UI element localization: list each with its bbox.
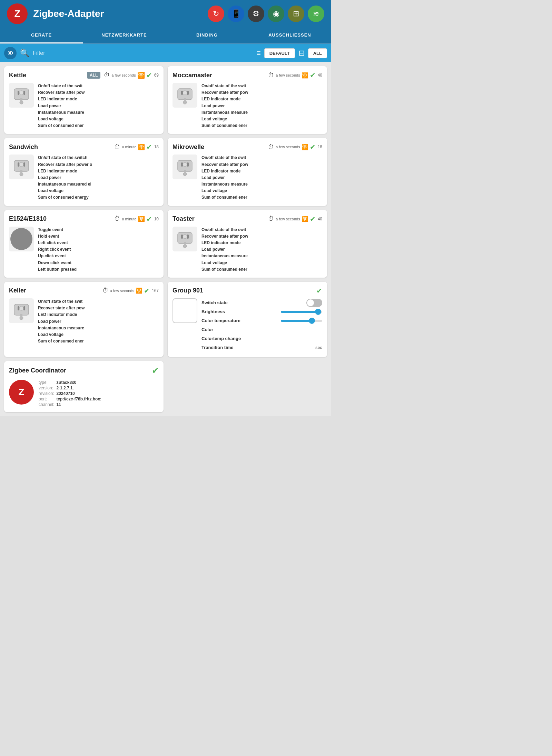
- brightness-slider[interactable]: [281, 309, 322, 315]
- grid-icon[interactable]: ⊞: [288, 6, 304, 22]
- attr-kettle-4: Instantaneous measure: [38, 109, 159, 116]
- settings-icon[interactable]: ⚙: [248, 6, 264, 22]
- clock-icon-mikro: ⏱: [268, 143, 274, 151]
- 3d-button[interactable]: 3D: [4, 47, 17, 59]
- attr-mikro-4: Instantaneous measure: [201, 181, 322, 188]
- tab-ausschliessen[interactable]: AUSSCHLIESSEN: [248, 28, 331, 43]
- attr-mocc-0: On/off state of the swit: [201, 83, 322, 89]
- app-title: Zigbee-Adapter: [33, 8, 202, 19]
- app-header: Z Zigbee-Adapter ↻ 📱 ⚙ ◉ ⊞ ≋: [0, 0, 331, 28]
- attr-mocc-4: Instantaneous measure: [201, 109, 322, 116]
- device-count-kettle: 69: [154, 73, 159, 78]
- card-meta-toaster: ⏱ a few seconds 🛜 ✔ 40: [268, 215, 322, 223]
- attr-keller-5: Load voltage: [38, 331, 159, 338]
- colortemp-slider[interactable]: [281, 318, 322, 324]
- group-card-body: Switch state Brightness: [172, 298, 322, 352]
- group-attr-brightness: Brightness: [201, 307, 322, 316]
- device-name-sandwich: Sandwich: [9, 143, 114, 151]
- device-time-keller: a few seconds: [110, 289, 134, 293]
- signal-icon[interactable]: ≋: [308, 6, 324, 22]
- svg-rect-20: [184, 170, 186, 174]
- device-name-e1524: E1524/E1810: [9, 215, 114, 222]
- svg-rect-14: [20, 170, 22, 174]
- device-time-sandwich: a minute: [122, 145, 136, 149]
- transition-label: Transition time: [201, 343, 233, 352]
- attr-toast-4: Instantaneous measure: [201, 253, 322, 259]
- attr-mocc-1: Recover state after pow: [201, 89, 322, 96]
- cards-grid: Kettle ALL ⏱ a few seconds 🛜 ✔ 69: [4, 66, 327, 412]
- attr-mikro-0: On/off state of the swit: [201, 155, 322, 161]
- sort-icon[interactable]: ≡: [256, 49, 261, 58]
- coord-revision-label: revision:: [39, 391, 56, 396]
- grid-view-icon[interactable]: ⊟: [298, 49, 305, 58]
- attr-sand-1: Recover state after power o: [38, 161, 159, 168]
- tab-geraete[interactable]: GERÄTE: [0, 28, 83, 43]
- check-icon-sand: ✔: [146, 143, 152, 151]
- attr-kettle-2: LED indicator mode: [38, 96, 159, 102]
- wifi-icon-kettle: 🛜: [137, 71, 145, 79]
- clock-icon-e1524: ⏱: [114, 215, 120, 222]
- refresh-icon[interactable]: ↻: [208, 6, 224, 22]
- switch-state-toggle[interactable]: [306, 299, 322, 307]
- device-name-mikrowelle: Mikrowelle: [172, 143, 268, 151]
- device-attrs-keller: On/off state of the swit Recover state a…: [38, 298, 159, 345]
- svg-point-5: [19, 91, 23, 95]
- attr-e1524-6: Left button pressed: [38, 266, 159, 273]
- attr-toast-0: On/off state of the swit: [201, 227, 322, 233]
- svg-rect-2: [20, 98, 22, 102]
- attr-keller-4: Instantaneous measure: [38, 325, 159, 331]
- card-body-sandwich: On/off state of the switch Recover state…: [9, 155, 159, 201]
- tab-binding[interactable]: BINDING: [166, 28, 248, 43]
- colortemp-label: Color temperature: [201, 316, 240, 325]
- plug-svg-keller: [11, 301, 31, 321]
- card-body-mikrowelle: On/off state of the swit Recover state a…: [172, 155, 322, 201]
- svg-rect-22: [187, 162, 189, 167]
- group-image: [172, 298, 197, 323]
- group-attr-color: Color: [201, 325, 322, 334]
- svg-rect-28: [187, 235, 189, 239]
- svg-point-23: [183, 162, 187, 167]
- group-attr-colortemp: Color temperature: [201, 316, 322, 325]
- coord-type-row: type: zStack3x0: [39, 380, 103, 385]
- coord-version-row: version: 2-1.2.7.1.: [39, 385, 103, 391]
- device-attrs-toast: On/off state of the swit Recover state a…: [201, 227, 322, 273]
- group-attr-transition: Transition time sec: [201, 343, 322, 352]
- device-attrs-e1524: Toggle event Hold event Left click event…: [38, 227, 159, 273]
- mobile-icon[interactable]: 📱: [228, 6, 244, 22]
- transition-unit: sec: [315, 344, 322, 352]
- device-card-moccamaster: Moccamaster ⏱ a few seconds 🛜 ✔ 40: [168, 66, 327, 134]
- all-button[interactable]: ALL: [308, 48, 327, 58]
- svg-rect-10: [187, 91, 189, 95]
- check-icon-group901: ✔: [316, 287, 322, 295]
- clock-icon-toast: ⏱: [268, 215, 274, 222]
- tab-netzwerkkarte[interactable]: NETZWERKKARTE: [83, 28, 166, 43]
- svg-rect-9: [181, 91, 183, 95]
- switch-state-label: Switch state: [201, 298, 228, 307]
- attr-kettle-6: Sum of consumed ener: [38, 122, 159, 129]
- main-content: Kettle ALL ⏱ a few seconds 🛜 ✔ 69: [0, 62, 331, 416]
- coord-revision-row: revision: 20240710: [39, 391, 103, 396]
- default-button[interactable]: DEFAULT: [264, 48, 295, 58]
- coordinator-name: Zigbee Coordinator: [9, 367, 66, 374]
- check-icon-keller: ✔: [144, 287, 150, 295]
- attr-mocc-6: Sum of consumed ener: [201, 122, 322, 129]
- device-count-sand: 18: [154, 145, 159, 149]
- coord-port-value: tcp://czc-f78b.fritz.box:: [56, 396, 103, 402]
- wifi-icon-keller: 🛜: [136, 287, 142, 294]
- attr-mikro-3: Load power: [201, 175, 322, 181]
- network-icon[interactable]: ◉: [268, 6, 284, 22]
- attr-e1524-1: Hold event: [38, 233, 159, 240]
- device-name-toaster: Toaster: [172, 215, 268, 222]
- card-header-mikrowelle: Mikrowelle ⏱ a few seconds 🛜 ✔ 18: [172, 143, 322, 151]
- device-card-sandwich: Sandwich ⏱ a minute 🛜 ✔ 18: [4, 138, 164, 206]
- device-attrs-kettle: On/off state of the swit Recover state a…: [38, 83, 159, 129]
- card-header-moccamaster: Moccamaster ⏱ a few seconds 🛜 ✔ 40: [172, 71, 322, 79]
- search-icon[interactable]: 🔍: [20, 49, 29, 58]
- device-card-e1524: E1524/E1810 ⏱ a minute 🛜 ✔ 10 Toggle eve…: [4, 210, 164, 278]
- device-time-e1524: a minute: [122, 217, 136, 221]
- wifi-icon-mikro: 🛜: [302, 144, 308, 150]
- device-attrs-sand: On/off state of the switch Recover state…: [38, 155, 159, 201]
- filter-input[interactable]: [33, 50, 253, 56]
- wifi-icon-sand: 🛜: [138, 144, 145, 150]
- attr-e1524-5: Down click event: [38, 260, 159, 266]
